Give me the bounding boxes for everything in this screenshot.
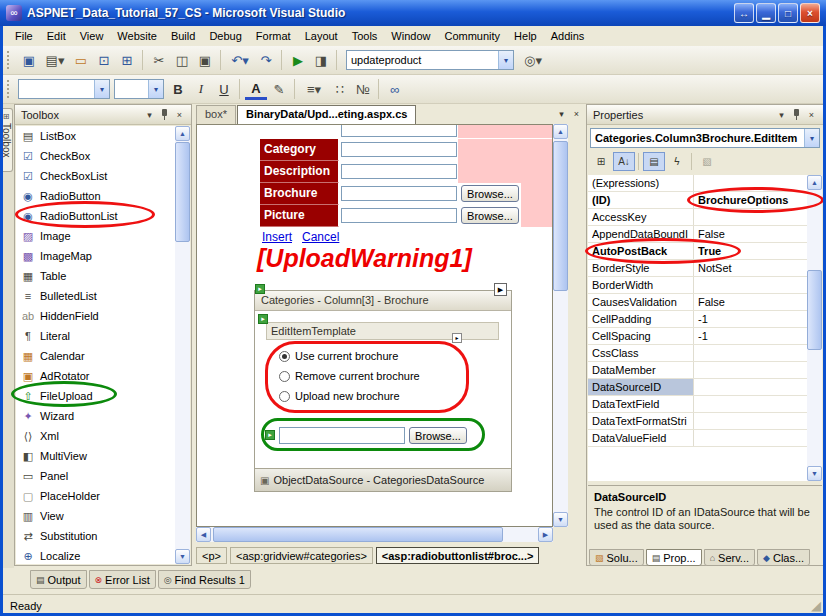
pin-icon[interactable] [157,108,172,122]
toolbox-item[interactable]: ◉ RadioButton [16,186,175,206]
menu-item[interactable]: Format [249,27,298,45]
tag-navigator-item[interactable]: <p> [196,547,227,564]
target-rule-combobox[interactable]: ▾ [18,79,110,99]
tab-output[interactable]: ▤ Output [30,570,87,589]
maximize-button[interactable]: □ [778,3,798,23]
categorized-icon[interactable]: ⊞ [590,152,612,171]
picture-textbox[interactable] [341,208,457,223]
toolbar-grip[interactable] [7,51,12,69]
property-row[interactable]: DataMember [588,362,807,379]
smart-tag-icon[interactable]: ▸ [258,314,268,324]
toolbox-item[interactable]: ▭ Panel [16,466,175,486]
toolbox-item[interactable]: ⊕ Localize [16,546,175,564]
toolbox-item[interactable]: ◧ MultiView [16,446,175,466]
redo-icon[interactable]: ↷ [255,49,277,71]
property-row[interactable]: DataTextField [588,396,807,413]
property-row[interactable]: (Expressions) [588,175,807,192]
tab-class-view[interactable]: ◆ Clas... [757,549,810,566]
window-position-icon[interactable]: ▾ [142,108,157,122]
underline-icon[interactable]: U [213,78,235,100]
toolbox-item[interactable]: ≡ BulletedList [16,286,175,306]
design-surface[interactable]: Category Description Brochure Browse... … [196,124,553,527]
browse-button[interactable]: Browse... [409,427,467,444]
close-icon[interactable]: × [172,108,187,122]
scroll-up-icon[interactable]: ▲ [553,124,568,139]
tab-find-results-1[interactable]: ◎ Find Results 1 [158,570,251,589]
bullet-list-icon[interactable]: ∷ [329,78,351,100]
find-icon[interactable]: ◎▾ [519,49,547,71]
add-item-icon[interactable]: ▤▾ [41,49,69,71]
property-row[interactable]: DataTextFormatStri [588,413,807,430]
cut-icon[interactable]: ✂ [148,49,170,71]
browse-button[interactable]: Browse... [461,185,519,202]
toolbox-item[interactable]: ✦ Wizard [16,406,175,426]
menu-item[interactable]: File [8,27,40,45]
toolbox-item[interactable]: ▤ ListBox [16,126,175,146]
browse-button[interactable]: Browse... [461,207,519,224]
tag-navigator-item[interactable]: <asp:gridview#categories> [230,547,373,564]
category-textbox[interactable] [341,142,457,157]
toolbox-item[interactable]: ▣ AdRotator [16,366,175,386]
properties-view-icon[interactable]: ▤ [643,152,665,171]
combo-dropdown-icon[interactable]: ▾ [498,51,513,69]
toolbox-item[interactable]: ⟨⟩ Xml [16,426,175,446]
design-vertical-scrollbar[interactable]: ▲ ▼ [553,124,568,527]
tag-navigator-item[interactable]: <asp:radiobuttonlist#broc...> [376,547,540,564]
smart-tag-icon[interactable]: ▸ [255,284,265,294]
pin-icon[interactable] [789,108,804,122]
toolbox-item[interactable]: ab HiddenField [16,306,175,326]
tab-server-explorer[interactable]: ⌂ Serv... [704,549,755,566]
menu-item[interactable]: Debug [202,27,248,45]
numbered-list-icon[interactable]: № [352,78,374,100]
toolbox-item[interactable]: ▦ Calendar [16,346,175,366]
scroll-down-icon[interactable]: ▼ [553,512,568,527]
open-file-icon[interactable]: ▭ [70,49,92,71]
property-row[interactable]: AccessKey [588,209,807,226]
scroll-right-icon[interactable]: ▶ [538,527,553,542]
property-row[interactable]: AutoPostBack True [588,243,807,260]
scrollbar-thumb[interactable] [213,527,503,542]
scrollbar-thumb[interactable] [807,270,822,350]
description-textbox[interactable] [341,164,457,179]
italic-icon[interactable]: I [190,78,212,100]
menu-item[interactable]: Community [437,27,507,45]
smart-tag-open-icon[interactable]: ▶ [494,283,507,296]
radio-option[interactable]: Remove current brochure [279,366,420,386]
smart-tag-icon[interactable]: ▸ [265,430,275,440]
menu-item[interactable]: Build [164,27,202,45]
property-row[interactable]: (ID) BrochureOptions [588,192,807,209]
cancel-link[interactable]: Cancel [302,230,339,244]
fileupload-textbox[interactable] [279,427,405,444]
minimize-button[interactable]: ▁ [756,3,776,23]
textbox-control[interactable] [341,124,457,137]
scrollbar-thumb[interactable] [553,141,568,291]
tab-properties[interactable]: ▤ Prop... [646,549,702,566]
menu-item[interactable]: Addins [544,27,592,45]
debug-target-combobox[interactable]: updateproduct ▾ [346,50,514,70]
toolbox-item[interactable]: ☑ CheckBoxList [16,166,175,186]
property-row[interactable]: DataValueField [588,430,807,447]
undo-icon[interactable]: ↶▾ [226,49,254,71]
resize-grip-icon[interactable]: ◢ [811,598,821,613]
new-website-icon[interactable]: ▣ [18,49,40,71]
save-all-icon[interactable]: ⊞ [116,49,138,71]
start-debug-icon[interactable]: ▶ [287,49,309,71]
toolbox-item[interactable]: ◉ RadioButtonList [16,206,175,226]
scroll-up-icon[interactable]: ▲ [175,126,190,141]
property-row[interactable]: CausesValidation False [588,294,807,311]
preview-icon[interactable]: ◨ [310,49,332,71]
editor-tab[interactable]: BinaryData/Upd...eting.aspx.cs [237,105,416,124]
property-row[interactable]: CssClass [588,345,807,362]
radio-option[interactable]: Use current brochure [279,346,420,366]
menu-item[interactable]: Window [384,27,437,45]
editor-tab[interactable]: box* [196,105,236,124]
object-selector-combobox[interactable]: Categories.Column3Brochure.EditItem ▾ [590,128,820,148]
bold-icon[interactable]: B [167,78,189,100]
menu-item[interactable]: Layout [298,27,345,45]
window-position-icon[interactable]: ▾ [774,108,789,122]
design-horizontal-scrollbar[interactable]: ◀ ▶ [196,527,553,542]
toolbox-item[interactable]: ▩ ImageMap [16,246,175,266]
property-pages-icon[interactable]: ▧ [696,152,718,171]
menu-item[interactable]: Help [507,27,544,45]
property-row[interactable]: AppendDataBoundI False [588,226,807,243]
